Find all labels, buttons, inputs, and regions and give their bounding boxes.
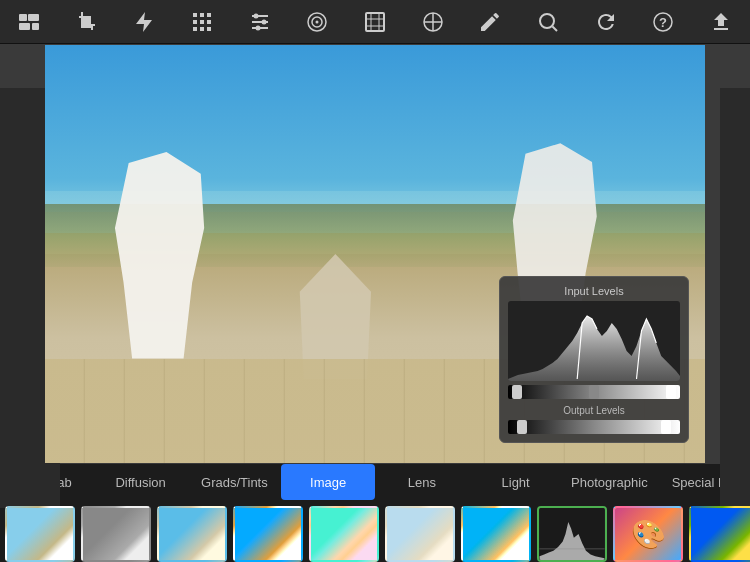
tabs-row: Film LabDiffusionGrads/TintsImageLensLig… bbox=[0, 464, 750, 500]
filter-fluorescent[interactable]: Fluorescent bbox=[308, 506, 380, 562]
filter-thumb-fluorescent bbox=[309, 506, 379, 562]
input-white-handle[interactable] bbox=[666, 385, 676, 399]
tab-image[interactable]: Image bbox=[281, 464, 375, 500]
filter-polarizer[interactable]: Polarizer bbox=[688, 506, 750, 562]
draw-button[interactable] bbox=[472, 4, 508, 40]
sliders-button[interactable] bbox=[242, 4, 278, 40]
filter-thumb-color-correct bbox=[157, 506, 227, 562]
grid-button[interactable] bbox=[184, 4, 220, 40]
filter-paint[interactable]: 🎨 Paint bbox=[612, 506, 684, 562]
output-white-handle[interactable] bbox=[661, 420, 671, 434]
svg-rect-0 bbox=[19, 14, 27, 21]
crop-button[interactable] bbox=[69, 4, 105, 40]
filter-black-and-white[interactable]: Black and White bbox=[80, 506, 152, 562]
filter-thumb-levels bbox=[537, 506, 607, 562]
photo-canvas: Input Levels bbox=[45, 45, 705, 463]
export-button[interactable] bbox=[703, 4, 739, 40]
help-button[interactable]: ? bbox=[645, 4, 681, 40]
input-mid-handle[interactable] bbox=[589, 385, 599, 399]
svg-point-31 bbox=[540, 14, 554, 28]
svg-text:?: ? bbox=[659, 15, 667, 30]
svg-line-32 bbox=[553, 26, 558, 31]
filter-enhancing[interactable]: Enhancing bbox=[232, 506, 304, 562]
svg-rect-2 bbox=[19, 23, 30, 30]
tab-light[interactable]: Light bbox=[469, 464, 563, 500]
tab-diffusion[interactable]: Diffusion bbox=[94, 464, 188, 500]
main-photo-area: Input Levels bbox=[0, 44, 750, 464]
svg-rect-9 bbox=[200, 20, 204, 24]
svg-rect-13 bbox=[207, 27, 211, 31]
svg-rect-1 bbox=[28, 14, 39, 21]
svg-point-22 bbox=[316, 20, 319, 23]
right-sidebar bbox=[720, 88, 750, 508]
filter-thumb-polarizer bbox=[689, 506, 750, 562]
tab-photographic[interactable]: Photographic bbox=[563, 464, 657, 500]
levels-panel: Input Levels bbox=[499, 276, 689, 443]
auto-enhance-button[interactable] bbox=[126, 4, 162, 40]
output-levels-label: Output Levels bbox=[508, 405, 680, 416]
svg-rect-3 bbox=[32, 23, 39, 30]
filter-thumb-haze bbox=[385, 506, 455, 562]
svg-point-15 bbox=[253, 13, 258, 18]
filters-row: Auto AdjustBlack and WhiteColor CorrectE… bbox=[0, 500, 750, 562]
svg-point-17 bbox=[261, 19, 266, 24]
svg-rect-11 bbox=[193, 27, 197, 31]
input-black-handle[interactable] bbox=[512, 385, 522, 399]
tab-lens[interactable]: Lens bbox=[375, 464, 469, 500]
output-black-handle[interactable] bbox=[517, 420, 527, 434]
crop2-button[interactable] bbox=[357, 4, 393, 40]
svg-rect-23 bbox=[366, 13, 384, 31]
toolbar: ? bbox=[0, 0, 750, 44]
svg-rect-10 bbox=[207, 20, 211, 24]
svg-rect-8 bbox=[193, 20, 197, 24]
svg-point-19 bbox=[255, 25, 260, 30]
levels-title: Input Levels bbox=[508, 285, 680, 297]
svg-rect-5 bbox=[193, 13, 197, 17]
filter-high-contrast[interactable]: High Contrast bbox=[460, 506, 532, 562]
filter-thumb-high-contrast bbox=[461, 506, 531, 562]
svg-marker-4 bbox=[136, 12, 152, 32]
filter-thumb-black-and-white bbox=[81, 506, 151, 562]
radial-button[interactable] bbox=[299, 4, 335, 40]
filter-thumb-paint: 🎨 bbox=[613, 506, 683, 562]
svg-rect-12 bbox=[200, 27, 204, 31]
filter-haze[interactable]: Haze bbox=[384, 506, 456, 562]
svg-rect-7 bbox=[207, 13, 211, 17]
filter-levels[interactable]: Levels bbox=[536, 506, 608, 562]
svg-rect-6 bbox=[200, 13, 204, 17]
refresh-button[interactable] bbox=[588, 4, 624, 40]
filter-thumb-auto-adjust bbox=[5, 506, 75, 562]
retouch-button[interactable] bbox=[415, 4, 451, 40]
output-levels-row: Output Levels bbox=[508, 405, 680, 434]
filter-auto-adjust[interactable]: Auto Adjust bbox=[4, 506, 76, 562]
histogram-area bbox=[508, 301, 680, 381]
filter-thumb-enhancing bbox=[233, 506, 303, 562]
tab-grads-tints[interactable]: Grads/Tints bbox=[188, 464, 282, 500]
photos-button[interactable] bbox=[11, 4, 47, 40]
input-levels-slider[interactable] bbox=[508, 385, 680, 399]
output-levels-slider[interactable] bbox=[508, 420, 680, 434]
filter-color-correct[interactable]: Color Correct bbox=[156, 506, 228, 562]
search-button[interactable] bbox=[530, 4, 566, 40]
